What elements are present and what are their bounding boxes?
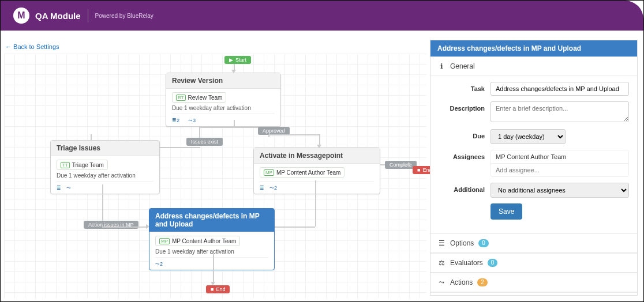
scales-icon: ⚖: [437, 259, 445, 267]
list-icon: ≣2: [172, 118, 183, 123]
node-meta: ≣2 ⤳3: [172, 114, 275, 124]
connector-line: [275, 226, 315, 228]
node-triage-issues[interactable]: Triage Issues TT Triage Team Due 1 weekd…: [50, 140, 160, 194]
additional-select[interactable]: No additional assignees: [491, 183, 629, 198]
due-text: Due 1 weekday after activation: [155, 248, 268, 255]
assignees-stack: MP Content Author Team: [491, 150, 629, 177]
start-label: Start: [235, 57, 246, 63]
branch-icon: ⤳3: [188, 118, 199, 123]
additional-label: Additional: [439, 183, 491, 193]
section-general-heading[interactable]: ℹ General: [430, 56, 637, 76]
panel-title: Address changes/defects in MP and Upload: [430, 40, 637, 56]
stop-icon: ■: [417, 167, 420, 173]
section-forms[interactable]: ☑ Forms 0: [430, 292, 637, 296]
issues-exist-label: Issues exist: [186, 138, 223, 146]
connector-line: [102, 226, 147, 228]
add-assignee-input[interactable]: [491, 164, 628, 176]
list-icon: ☰: [437, 239, 445, 247]
list-icon: ≣: [57, 185, 61, 191]
connector-line: [213, 254, 214, 283]
assignee-current[interactable]: MP Content Author Team: [491, 150, 628, 164]
play-icon: ▶: [229, 57, 233, 63]
section-options[interactable]: ☰ Options 0: [430, 233, 637, 253]
due-select[interactable]: 1 day (weekday): [491, 129, 566, 144]
assignee-chip: TT Triage Team: [57, 160, 108, 170]
approved-label: Approved: [258, 127, 290, 135]
section-label: General: [450, 62, 475, 70]
arrow-right-icon: [408, 162, 411, 167]
complete-label: Complete: [385, 161, 417, 169]
assignee-name: Review Team: [188, 95, 223, 101]
task-label: Task: [439, 82, 491, 92]
section-label: Evaluators: [450, 259, 483, 267]
task-input[interactable]: [491, 82, 629, 96]
node-title: Activate in Messagepoint: [254, 148, 380, 164]
assignee-chip: MP MP Content Author Team: [155, 236, 240, 246]
assignee-chip: RT Review Team: [172, 92, 226, 103]
app-title: QA Module: [35, 11, 81, 21]
node-meta: ⤳2: [155, 257, 268, 267]
assignee-tag: MP: [264, 169, 274, 176]
properties-panel: Address changes/defects in MP and Upload…: [430, 40, 638, 296]
branch-icon: ⤳2: [269, 185, 280, 191]
node-title: Review Version: [166, 73, 280, 89]
section-actions[interactable]: ⤳ Actions 2: [430, 273, 637, 292]
stop-icon: ■: [211, 286, 214, 292]
assignee-tag: RT: [176, 95, 186, 101]
node-title: Triage Issues: [51, 141, 159, 156]
logo-icon: M: [13, 7, 29, 24]
node-meta: ≣ ⤳2: [260, 181, 374, 191]
description-label: Description: [439, 101, 491, 112]
assignee-name: MP Content Author Team: [172, 238, 236, 244]
bolt-icon: ⤳: [437, 278, 445, 286]
connector-line: [319, 134, 320, 146]
end-label: End: [216, 286, 225, 292]
save-button[interactable]: Save: [491, 203, 522, 220]
assignee-tag: MP: [159, 238, 170, 244]
section-evaluators[interactable]: ⚖ Evaluators 0: [430, 253, 637, 273]
node-title: Address changes/defects in MP and Upload: [149, 209, 274, 232]
header-divider: [88, 9, 88, 22]
assignee-chip: MP MP Content Author Team: [260, 167, 345, 178]
assignee-name: MP Content Author Team: [276, 169, 340, 176]
app-header: M QA Module Powered by BlueRelay: [1, 1, 643, 31]
start-pill[interactable]: ▶ Start: [224, 56, 251, 64]
due-text: Due 1 weekday after activation: [172, 105, 275, 111]
general-form: Task Description Due 1 day (weekday) Ass…: [430, 76, 637, 233]
node-activate-messagepoint[interactable]: Activate in Messagepoint MP MP Content A…: [253, 148, 380, 194]
connector-line: [102, 184, 103, 225]
section-label: Actions: [450, 278, 473, 286]
back-to-settings-link[interactable]: ← Back to Settings: [5, 43, 59, 50]
evaluators-badge: 0: [488, 259, 498, 267]
options-badge: 0: [478, 239, 489, 247]
assignees-label: Assignees: [439, 150, 491, 160]
connector-line: [268, 134, 320, 135]
assignee-name: Triage Team: [72, 162, 104, 168]
powered-by-text: Powered by BlueRelay: [95, 13, 153, 19]
node-address-changes[interactable]: Address changes/defects in MP and Upload…: [149, 208, 275, 270]
due-text: Due 1 weekday after activation: [57, 172, 153, 179]
node-meta: ≣ ⤳: [57, 181, 153, 191]
end-pill-bottom[interactable]: ■ End: [206, 285, 230, 293]
assignee-tag: TT: [61, 162, 70, 168]
section-label: Options: [450, 239, 474, 247]
connector-line: [234, 120, 235, 127]
connector-line: [315, 180, 316, 226]
info-icon: ℹ: [437, 62, 445, 70]
workflow-canvas[interactable]: ▶ Start Review Version RT Review Team Du…: [4, 54, 426, 298]
branch-icon: ⤳: [66, 185, 71, 191]
branch-icon: ⤳2: [155, 261, 166, 267]
due-label: Due: [439, 129, 491, 139]
actions-badge: 2: [477, 278, 488, 286]
description-input[interactable]: [491, 101, 629, 122]
list-icon: ≣: [260, 185, 264, 191]
node-review-version[interactable]: Review Version RT Review Team Due 1 week…: [166, 73, 281, 127]
